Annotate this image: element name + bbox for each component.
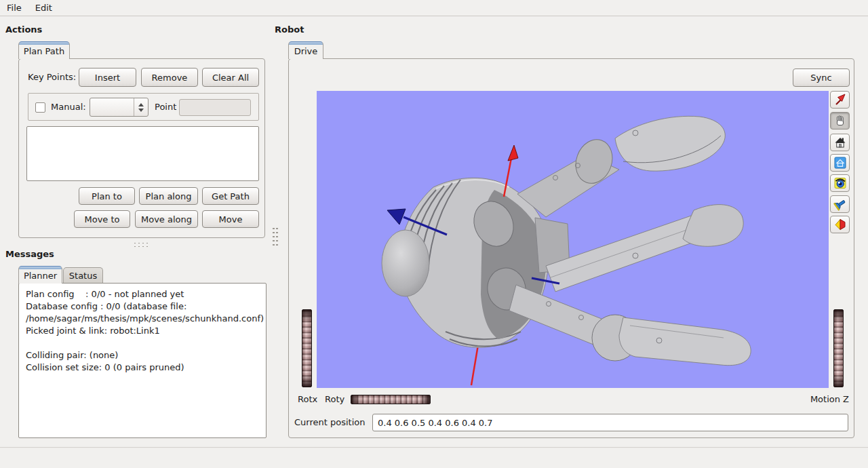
planner-messages-box[interactable]: Plan config : 0/0 - not planned yetDatab…: [18, 283, 267, 438]
seek-flashlight-icon: [833, 197, 847, 211]
viewer-hand-button[interactable]: [830, 112, 850, 130]
vertical-splitter-handle[interactable]: [272, 227, 279, 246]
horizontal-splitter-handle[interactable]: [133, 241, 148, 247]
key-points-listbox[interactable]: [26, 126, 259, 181]
viewer-view-all-button[interactable]: [830, 174, 850, 192]
manual-label: Manual:: [51, 102, 86, 112]
get-path-button[interactable]: Get Path: [202, 187, 259, 205]
viewer-seek-button[interactable]: [830, 195, 850, 213]
plan-along-button[interactable]: Plan along: [139, 187, 198, 205]
plan-to-button[interactable]: Plan to: [79, 187, 135, 205]
home-icon: [833, 136, 847, 149]
menu-file[interactable]: File: [0, 0, 28, 16]
actions-heading: Actions: [5, 24, 42, 35]
menu-edit[interactable]: Edit: [28, 0, 59, 16]
viewer-set-home-button[interactable]: [830, 154, 850, 172]
point-field[interactable]: [179, 99, 251, 116]
move-to-button[interactable]: Move to: [74, 210, 130, 228]
set-home-icon: [833, 156, 847, 170]
viewer-home-button[interactable]: [830, 134, 850, 151]
pick-arrow-icon: [833, 93, 847, 106]
viewer-pick-button[interactable]: [830, 91, 850, 109]
sync-button[interactable]: Sync: [793, 69, 850, 87]
view-all-eye-icon: [833, 176, 847, 190]
current-position-field[interactable]: 0.4 0.6 0.5 0.4 0.6 0.4 0.7: [372, 414, 848, 431]
roty-label: Roty: [325, 394, 344, 404]
viewport-3d[interactable]: [317, 91, 829, 388]
move-along-button[interactable]: Move along: [135, 210, 198, 228]
current-position-label: Current position: [294, 417, 365, 427]
manual-checkbox[interactable]: [35, 102, 45, 113]
view-hand-icon: [833, 114, 847, 128]
key-points-label: Key Points:: [28, 72, 76, 82]
robot-panel: Sync: [288, 58, 854, 438]
menubar: File Edit: [0, 0, 868, 16]
tab-drive[interactable]: Drive: [288, 41, 323, 59]
wrist-dome: [382, 230, 429, 296]
combo-spin-arrows[interactable]: [134, 98, 148, 116]
motion-z-thumbwheel[interactable]: [833, 309, 844, 387]
status-bar-divider: [0, 447, 868, 448]
spin-down-icon: [138, 109, 144, 112]
point-label: Point: [155, 102, 176, 112]
manual-combobox[interactable]: [90, 98, 149, 117]
tab-status[interactable]: Status: [63, 267, 103, 284]
move-button[interactable]: Move: [202, 210, 259, 228]
robot-heading: Robot: [275, 24, 304, 35]
spin-up-icon: [138, 103, 144, 106]
insert-button[interactable]: Insert: [79, 68, 136, 87]
actions-panel: Key Points: Insert Remove Clear All Manu…: [18, 58, 265, 238]
roty-thumbwheel[interactable]: [351, 395, 431, 404]
rotx-label: Rotx: [298, 394, 317, 404]
rotx-thumbwheel[interactable]: [302, 309, 312, 387]
tab-plan-path-label: Plan Path: [24, 46, 64, 56]
tab-plan-path[interactable]: Plan Path: [18, 41, 70, 59]
viewer-camera-type-button[interactable]: [830, 216, 850, 233]
camera-type-icon: [833, 218, 847, 231]
messages-heading: Messages: [5, 249, 54, 259]
tab-planner[interactable]: Planner: [18, 266, 62, 284]
manual-frame: Manual: Point: [28, 93, 259, 121]
clear-all-button[interactable]: Clear All: [202, 68, 259, 87]
remove-button[interactable]: Remove: [141, 68, 198, 87]
motion-z-label: Motion Z: [791, 394, 849, 404]
